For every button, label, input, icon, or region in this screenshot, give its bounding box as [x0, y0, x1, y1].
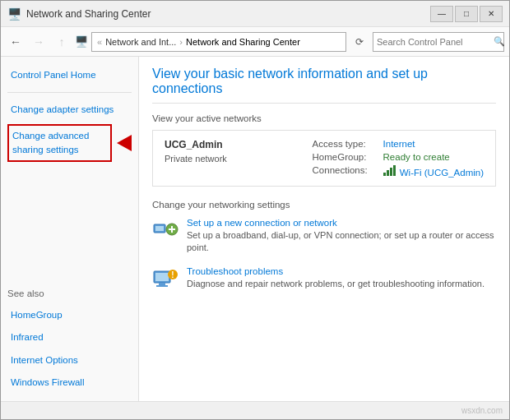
- svg-text:!: !: [171, 270, 174, 279]
- search-input[interactable]: [377, 37, 490, 47]
- troubleshoot-link[interactable]: Troubleshoot problems: [187, 266, 484, 276]
- up-button[interactable]: ↑: [52, 32, 72, 52]
- back-button[interactable]: ←: [6, 32, 26, 52]
- address-path[interactable]: « Network and Int... › Network and Shari…: [91, 32, 346, 52]
- network-type: Private network: [165, 154, 227, 164]
- refresh-button[interactable]: ⟳: [350, 32, 369, 52]
- setting-item-1: Set up a new connection or network Set u…: [152, 218, 496, 255]
- sidebar-change-advanced[interactable]: Change advanced sharing settings: [7, 124, 112, 163]
- window-title: Network and Sharing Center: [26, 8, 151, 20]
- svg-rect-8: [156, 285, 168, 287]
- watermark: wsxdn.com: [461, 406, 503, 415]
- access-type-value: Internet: [383, 139, 415, 149]
- new-connection-link[interactable]: Set up a new connection or network: [187, 218, 496, 228]
- homegroup-value[interactable]: Ready to create: [383, 152, 450, 162]
- wifi-icon: [383, 168, 400, 178]
- connections-value[interactable]: Wi-Fi (UCG_Admin): [383, 165, 484, 178]
- status-bar: wsxdn.com: [1, 401, 509, 419]
- networking-settings-label: Change your networking settings: [152, 200, 496, 210]
- search-box[interactable]: 🔍: [373, 32, 504, 52]
- see-also-label: See also: [7, 288, 132, 298]
- network-name: UCG_Admin: [165, 139, 227, 150]
- sidebar-change-adapter[interactable]: Change adapter settings: [7, 101, 132, 118]
- connections-label: Connections:: [313, 165, 378, 178]
- sidebar: Control Panel Home Change adapter settin…: [1, 57, 139, 401]
- maximize-button[interactable]: □: [455, 6, 478, 22]
- path-part-2: Network and Sharing Center: [186, 37, 300, 47]
- access-type-label: Access type:: [313, 139, 378, 149]
- active-networks-label: View your active networks: [152, 113, 496, 123]
- close-button[interactable]: ✕: [480, 6, 503, 22]
- sidebar-infrared[interactable]: Infrared: [7, 329, 132, 346]
- content-area: View your basic network information and …: [139, 57, 509, 401]
- sidebar-windows-firewall[interactable]: Windows Firewall: [7, 374, 132, 391]
- sidebar-homegroup[interactable]: HomeGroup: [7, 307, 132, 324]
- connections-text: Wi-Fi (UCG_Admin): [400, 168, 484, 178]
- svg-rect-6: [155, 273, 169, 281]
- setting-item-2: ! Troubleshoot problems Diagnose and rep…: [152, 266, 496, 293]
- homegroup-row: HomeGroup: Ready to create: [313, 152, 484, 162]
- svg-rect-1: [155, 226, 164, 231]
- sidebar-control-panel-home[interactable]: Control Panel Home: [7, 67, 132, 84]
- svg-rect-7: [159, 283, 165, 285]
- troubleshoot-icon: !: [152, 266, 178, 293]
- path-part-1: Network and Int...: [105, 37, 176, 47]
- sidebar-internet-options[interactable]: Internet Options: [7, 352, 132, 369]
- network-info-box: UCG_Admin Private network Access type: I…: [152, 130, 496, 187]
- minimize-button[interactable]: —: [430, 6, 453, 22]
- page-title: View your basic network information and …: [152, 67, 496, 104]
- window-icon: 🖥️: [7, 7, 21, 21]
- search-icon: 🔍: [494, 36, 505, 47]
- connections-row: Connections: Wi-Fi (UCG_Admin): [313, 165, 484, 178]
- access-type-row: Access type: Internet: [313, 139, 484, 149]
- networking-section: Change your networking settings Set: [152, 200, 496, 293]
- homegroup-label: HomeGroup:: [313, 152, 378, 162]
- new-connection-desc: Set up a broadband, dial-up, or VPN conn…: [187, 229, 496, 255]
- path-icon: 🖥️: [75, 35, 88, 48]
- new-connection-icon: [152, 218, 178, 244]
- troubleshoot-desc: Diagnose and repair network problems, or…: [187, 278, 484, 290]
- forward-button[interactable]: →: [29, 32, 49, 52]
